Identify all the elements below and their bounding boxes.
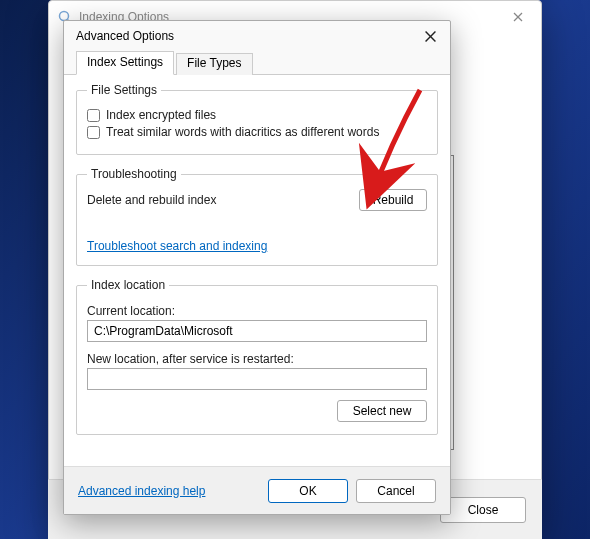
cancel-button[interactable]: Cancel: [356, 479, 436, 503]
troubleshooting-group: Troubleshooting Delete and rebuild index…: [76, 167, 438, 266]
troubleshoot-link[interactable]: Troubleshoot search and indexing: [87, 239, 267, 253]
tab-index-settings[interactable]: Index Settings: [76, 51, 174, 75]
dialog-footer: Advanced indexing help OK Cancel: [64, 466, 450, 514]
advanced-options-titlebar: Advanced Options: [64, 21, 450, 51]
rebuild-label: Delete and rebuild index: [87, 193, 216, 207]
troubleshooting-legend: Troubleshooting: [87, 167, 181, 181]
file-settings-legend: File Settings: [87, 83, 161, 97]
tab-bar: Index Settings File Types: [64, 51, 450, 75]
diacritics-label: Treat similar words with diacritics as d…: [106, 125, 379, 139]
index-encrypted-row[interactable]: Index encrypted files: [87, 108, 427, 122]
advanced-options-title-text: Advanced Options: [76, 29, 174, 43]
advanced-options-dialog: Advanced Options Index Settings File Typ…: [63, 20, 451, 515]
close-icon: [425, 31, 436, 42]
index-encrypted-checkbox[interactable]: [87, 109, 100, 122]
new-location-label: New location, after service is restarted…: [87, 352, 427, 366]
diacritics-checkbox[interactable]: [87, 126, 100, 139]
index-location-group: Index location Current location: New loc…: [76, 278, 438, 435]
rebuild-button[interactable]: Rebuild: [359, 189, 427, 211]
current-location-field[interactable]: [87, 320, 427, 342]
close-button[interactable]: Close: [440, 497, 526, 523]
current-location-label: Current location:: [87, 304, 427, 318]
select-new-button[interactable]: Select new: [337, 400, 427, 422]
close-button-back[interactable]: [503, 12, 533, 22]
tab-file-types[interactable]: File Types: [176, 53, 252, 75]
ok-button[interactable]: OK: [268, 479, 348, 503]
dialog-close-button[interactable]: [416, 24, 444, 48]
rebuild-row: Delete and rebuild index Rebuild: [87, 189, 427, 211]
close-icon: [513, 12, 523, 22]
advanced-help-link[interactable]: Advanced indexing help: [78, 484, 205, 498]
index-encrypted-label: Index encrypted files: [106, 108, 216, 122]
dialog-body: File Settings Index encrypted files Trea…: [64, 75, 450, 466]
file-settings-group: File Settings Index encrypted files Trea…: [76, 83, 438, 155]
diacritics-row[interactable]: Treat similar words with diacritics as d…: [87, 125, 427, 139]
index-location-legend: Index location: [87, 278, 169, 292]
new-location-field[interactable]: [87, 368, 427, 390]
